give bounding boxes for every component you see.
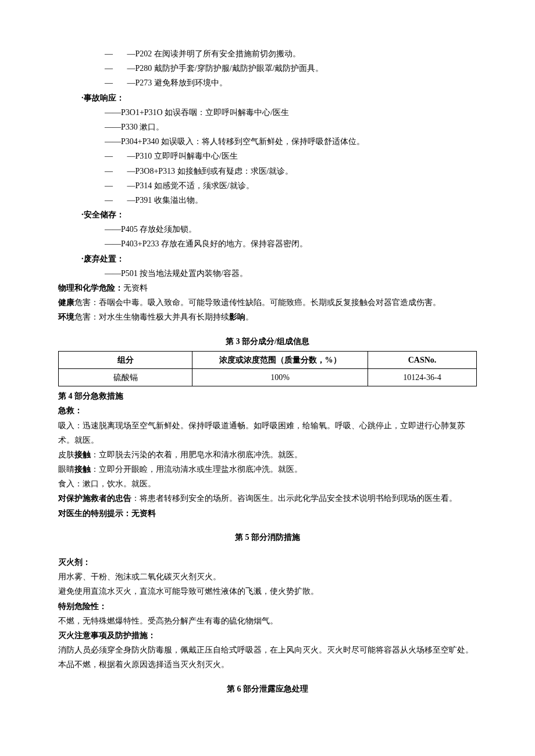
disposal-text: ·废弃处置：: [81, 255, 124, 263]
p304p340-line: P304+P340 如误吸入：将人转移到空气新鲜处，保持呼吸舒适体位。: [58, 134, 477, 149]
p273-line: P273 避免释放到环境中。: [58, 76, 477, 90]
p280-text: P280 戴防护手套/穿防护服/戴防护眼罩/戴防护面具。: [135, 64, 324, 73]
env-hazard-bold2: 影响: [229, 313, 245, 321]
section6-title: 第 6 部分泄露应急处理: [58, 682, 477, 696]
special-danger-text: 不燃，无特殊燃爆特性。受高热分解产生有毒的硫化物烟气。: [58, 614, 477, 628]
th-casno: CASNo.: [368, 351, 477, 368]
fire-note-text: 消防人员必须穿全身防火防毒服，佩戴正压自给式呼吸器，在上风向灭火。灭火时尽可能将…: [58, 643, 477, 672]
safe-storage-label: ·安全储存：: [58, 207, 477, 222]
p310-text: P310 立即呼叫解毒中心/医生: [135, 152, 238, 160]
p202-line: P202 在阅读并明了所有安全措施前切勿搬动。: [58, 46, 477, 61]
fire-agent-label: 灭火剂：: [58, 555, 477, 569]
doctor-note: 对医生的特别提示：无资料: [58, 506, 477, 521]
physical-hazard-label: 物理和化学危险：: [58, 284, 123, 292]
p314-line: P314 如感觉不适，须求医/就诊。: [58, 178, 477, 193]
accident-response-text: ·事故响应：: [81, 94, 124, 102]
td-casno: 10124-36-4: [368, 368, 477, 386]
th-concentration-text: 浓度或浓度范围（质量分数，%）: [219, 356, 341, 364]
physical-hazard-text: 无资料: [123, 284, 148, 292]
eye-post: ：立即分开眼睑，用流动清水或生理盐水彻底冲洗。就医。: [91, 465, 302, 474]
safe-storage-text: ·安全储存：: [81, 210, 124, 219]
health-hazard-text: 危害：吞咽会中毒。吸入致命。可能导致遗传性缺陷。可能致癌。长期或反复接触会对器官…: [74, 298, 441, 307]
skin-post: ：立即脱去污染的衣着，用肥皂水和清水彻底冲洗。就医。: [91, 450, 302, 459]
p308p313-text: P3O8+P313 如接触到或有疑虑：求医/就诊。: [135, 167, 294, 175]
th-component: 组分: [59, 351, 192, 368]
health-hazard-label: 健康: [58, 298, 74, 307]
p304p340-text: P304+P340 如误吸入：将人转移到空气新鲜处，保持呼吸舒适体位。: [121, 137, 365, 146]
p280-line: P280 戴防护手套/穿防护服/戴防护眼罩/戴防护面具。: [58, 61, 477, 76]
env-hazard-tail: 。: [245, 313, 254, 321]
section4-title: 第 4 部分急救措施: [58, 389, 477, 403]
eye-pre: 眼睛: [58, 465, 74, 474]
table-data-row: 硫酸镉 100% 10124-36-4: [59, 368, 477, 386]
fire-note-label: 灭火注意事项及防护措施：: [58, 628, 477, 643]
p310-line: P310 立即呼叫解毒中心/医生: [58, 149, 477, 163]
health-hazard-line: 健康危害：吞咽会中毒。吸入致命。可能导致遗传性缺陷。可能致癌。长期或反复接触会对…: [58, 295, 477, 310]
env-hazard-label: 环境: [58, 313, 74, 321]
special-danger-label: 特别危险性：: [58, 599, 477, 614]
p501-line: P501 按当地法规处置内装物/容器。: [58, 266, 477, 281]
skin-pre: 皮肤: [58, 450, 74, 459]
th-casno-text: CASNo.: [408, 356, 437, 364]
disposal-label: ·废弃处置：: [58, 252, 477, 266]
td-component: 硫酸镉: [59, 368, 192, 386]
p403p233-text: P403+P233 存放在通风良好的地方。保持容器密闭。: [121, 239, 308, 248]
eye-line: 眼睛接触：立即分开眼睑，用流动清水或生理盐水彻底冲洗。就医。: [58, 462, 477, 476]
ingest-line: 食入：漱口，饮水。就医。: [58, 476, 477, 491]
env-hazard-text: 危害：对水生生物毒性极大并具有长期持续: [74, 313, 229, 321]
p405-text: P405 存放处须加锁。: [121, 225, 197, 234]
composition-table: 组分 浓度或浓度范围（质量分数，%） CASNo. 硫酸镉 100% 10124…: [58, 351, 477, 386]
p273-text: P273 避免释放到环境中。: [135, 78, 227, 87]
p202-text: P202 在阅读并明了所有安全措施前切勿搬动。: [135, 49, 301, 58]
advice-text: ：将患者转移到安全的场所。咨询医生。出示此化学品安全技术说明书给到现场的医生看。: [131, 494, 457, 503]
p501-text: P501 按当地法规处置内装物/容器。: [121, 269, 248, 278]
env-hazard-line: 环境危害：对水生生物毒性极大并具有长期持续影响。: [58, 310, 477, 324]
fire-agent-text: 用水雾、干粉、泡沫或二氧化碳灭火剂灭火。: [58, 569, 477, 584]
th-component-text: 组分: [117, 356, 134, 364]
p308p313-line: P3O8+P313 如接触到或有疑虑：求医/就诊。: [58, 164, 477, 178]
p314-text: P314 如感觉不适，须求医/就诊。: [135, 181, 254, 190]
inhale-line: 吸入：迅速脱离现场至空气新鲜处。保持呼吸道通畅。如呼吸困难，给输氧。呼吸、心跳停…: [58, 418, 477, 447]
th-concentration: 浓度或浓度范围（质量分数，%）: [192, 351, 368, 368]
accident-response-label: ·事故响应：: [58, 91, 477, 105]
p391-text: P391 收集溢出物。: [135, 196, 203, 205]
advice-label: 对保护施救者的忠告: [58, 494, 131, 503]
p301p310-line: P3O1+P31O 如误吞咽：立即呼叫解毒中心/医生: [58, 105, 477, 120]
eye-bold: 接触: [74, 465, 91, 474]
p301p310-text: P3O1+P31O 如误吞咽：立即呼叫解毒中心/医生: [121, 108, 289, 117]
td-concentration: 100%: [192, 368, 368, 386]
p405-line: P405 存放处须加锁。: [58, 222, 477, 237]
p391-line: P391 收集溢出物。: [58, 193, 477, 207]
table-header-row: 组分 浓度或浓度范围（质量分数，%） CASNo.: [59, 351, 477, 368]
p330-text: P330 漱口。: [121, 123, 164, 131]
skin-line: 皮肤接触：立即脱去污染的衣着，用肥皂水和清水彻底冲洗。就医。: [58, 447, 477, 462]
skin-bold: 接触: [74, 450, 91, 459]
section5-title: 第 5 部分消防措施: [58, 530, 477, 544]
p403p233-line: P403+P233 存放在通风良好的地方。保持容器密闭。: [58, 237, 477, 251]
avoid-water-text: 避免使用直流水灭火，直流水可能导致可燃性液体的飞溅，使火势扩散。: [58, 584, 477, 599]
physical-hazard-line: 物理和化学危险：无资料: [58, 281, 477, 295]
p330-line: P330 漱口。: [58, 120, 477, 134]
advice-line: 对保护施救者的忠告：将患者转移到安全的场所。咨询医生。出示此化学品安全技术说明书…: [58, 491, 477, 506]
first-aid-label: 急救：: [58, 403, 477, 418]
section3-title: 第 3 部分成分/组成信息: [58, 334, 477, 349]
